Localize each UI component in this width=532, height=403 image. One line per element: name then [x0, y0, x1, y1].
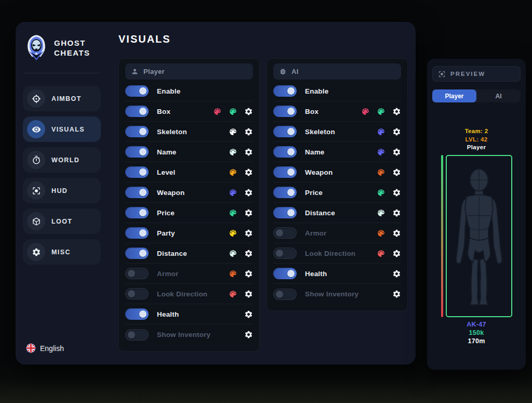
sidebar-item-aimbot[interactable]: AIMBOT	[23, 86, 101, 111]
toggle-ai-show-inventory[interactable]	[273, 289, 297, 300]
settings-gear-icon[interactable]	[244, 229, 253, 238]
palette-icon[interactable]	[377, 107, 385, 116]
feature-label: Look Direction	[305, 250, 355, 257]
preview-tab-ai[interactable]: AI	[476, 89, 521, 102]
palette-icon[interactable]	[229, 168, 237, 177]
toggle-player-party[interactable]	[125, 227, 149, 239]
sidebar-item-world[interactable]: WORLD	[23, 147, 101, 173]
feature-label: Enable	[305, 87, 328, 95]
toggle-player-box[interactable]	[125, 106, 149, 117]
sidebar-item-loot[interactable]: LOOT	[23, 209, 101, 234]
hud-icon	[27, 181, 45, 200]
settings-gear-icon[interactable]	[244, 310, 253, 319]
settings-gear-icon[interactable]	[392, 269, 401, 278]
toggle-player-show-inventory[interactable]	[125, 329, 149, 341]
toggle-ai-skeleton[interactable]	[273, 126, 297, 137]
feature-row-player-distance: Distance	[125, 243, 253, 264]
preview-character-area: Team: 2LVL: 42Player	[432, 127, 521, 345]
settings-gear-icon[interactable]	[244, 209, 253, 217]
brand-line1: GHOST	[54, 38, 90, 48]
toggle-ai-distance[interactable]	[273, 207, 297, 218]
toggle-player-weapon[interactable]	[125, 187, 149, 198]
settings-gear-icon[interactable]	[392, 209, 401, 217]
palette-icon[interactable]	[229, 209, 237, 217]
preview-header: PREVIEW	[432, 66, 521, 82]
language-selector[interactable]: English	[23, 341, 101, 355]
sidebar-item-visuals[interactable]: VISUALS	[23, 116, 101, 142]
toggle-player-name[interactable]	[125, 146, 149, 158]
toggle-player-level[interactable]	[125, 166, 149, 178]
preview-under-line: 150k	[467, 329, 486, 337]
palette-icon[interactable]	[377, 168, 385, 177]
palette-icon[interactable]	[229, 148, 237, 157]
settings-gear-icon[interactable]	[244, 168, 253, 177]
toggle-ai-enable[interactable]	[273, 85, 297, 97]
settings-gear-icon[interactable]	[244, 107, 253, 116]
palette-icon[interactable]	[229, 127, 237, 136]
sidebar-item-misc[interactable]: MISC	[23, 239, 101, 265]
settings-gear-icon[interactable]	[392, 188, 401, 197]
palette-icon[interactable]	[361, 107, 370, 116]
preview-overhead-line: LVL: 42	[465, 136, 488, 144]
settings-gear-icon[interactable]	[392, 148, 401, 157]
toggle-player-look-direction[interactable]	[125, 288, 149, 300]
palette-icon[interactable]	[229, 107, 237, 116]
toggle-player-health[interactable]	[125, 308, 149, 320]
palette-icon[interactable]	[377, 127, 385, 136]
palette-icon[interactable]	[229, 290, 237, 298]
feature-row-ai-show-inventory: Show Inventory	[273, 284, 401, 304]
toggle-ai-box[interactable]	[273, 106, 297, 117]
settings-gear-icon[interactable]	[244, 269, 253, 278]
settings-gear-icon[interactable]	[244, 290, 253, 298]
palette-icon[interactable]	[229, 229, 237, 238]
palette-icon[interactable]	[229, 269, 237, 278]
palette-icon[interactable]	[229, 188, 237, 197]
settings-gear-icon[interactable]	[244, 148, 253, 157]
gear-icon	[27, 243, 45, 261]
feature-label: Skeleton	[157, 128, 187, 136]
eye-icon	[27, 120, 45, 138]
toggle-player-armor[interactable]	[125, 268, 149, 279]
feature-row-ai-distance: Distance	[273, 203, 401, 223]
settings-gear-icon[interactable]	[392, 229, 401, 238]
toggle-player-distance[interactable]	[125, 248, 149, 259]
settings-gear-icon[interactable]	[392, 107, 401, 116]
column-header-player: Player	[125, 63, 253, 80]
feature-row-player-look-direction: Look Direction	[125, 284, 253, 304]
toggle-ai-weapon[interactable]	[273, 166, 297, 178]
toggle-ai-name[interactable]	[273, 146, 297, 158]
settings-gear-icon[interactable]	[392, 168, 401, 177]
column-header-ai: AI	[273, 63, 401, 80]
feature-label: Price	[157, 209, 175, 217]
palette-icon[interactable]	[377, 148, 385, 157]
settings-gear-icon[interactable]	[392, 249, 401, 258]
toggle-player-enable[interactable]	[125, 85, 149, 97]
palette-icon[interactable]	[229, 249, 237, 258]
preview-under-labels: AK-47150k170m	[467, 320, 486, 345]
timer-icon	[27, 151, 45, 169]
toggle-ai-health[interactable]	[273, 268, 297, 279]
toggle-player-skeleton[interactable]	[125, 126, 149, 137]
sidebar-item-label: HUD	[51, 187, 68, 194]
palette-icon[interactable]	[377, 209, 385, 217]
settings-gear-icon[interactable]	[244, 127, 253, 136]
preview-tab-player[interactable]: Player	[432, 89, 476, 102]
toggle-ai-armor[interactable]	[273, 227, 297, 239]
settings-gear-icon[interactable]	[244, 249, 253, 258]
palette-icon[interactable]	[377, 188, 385, 197]
preview-overhead-labels: Team: 2LVL: 42Player	[465, 127, 488, 152]
settings-gear-icon[interactable]	[392, 290, 401, 298]
settings-gear-icon[interactable]	[244, 330, 253, 339]
toggle-ai-look-direction[interactable]	[273, 248, 297, 259]
toggle-ai-price[interactable]	[273, 187, 297, 198]
sidebar-divider	[24, 73, 100, 73]
palette-icon[interactable]	[213, 107, 222, 116]
toggle-player-price[interactable]	[125, 207, 149, 218]
settings-gear-icon[interactable]	[244, 188, 253, 197]
feature-row-ai-health: Health	[273, 264, 401, 284]
palette-icon[interactable]	[377, 229, 385, 238]
sidebar-item-hud[interactable]: HUD	[23, 178, 101, 203]
settings-gear-icon[interactable]	[392, 127, 401, 136]
preview-panel: PREVIEW PlayerAI Team: 2LVL: 42Player	[427, 59, 526, 370]
palette-icon[interactable]	[377, 249, 385, 258]
